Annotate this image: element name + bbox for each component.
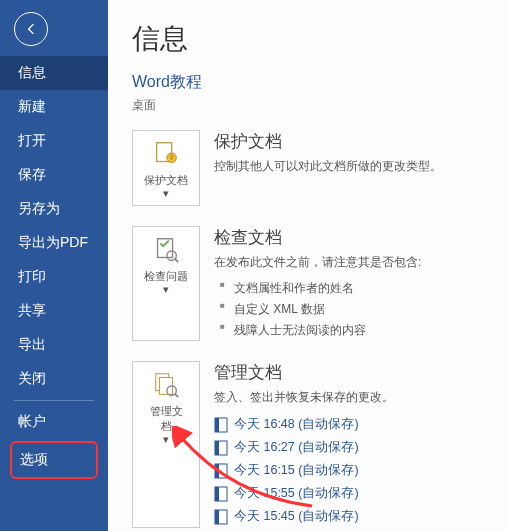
inspect-desc: 在发布此文件之前，请注意其是否包含: [214,253,493,272]
svg-rect-11 [215,418,219,432]
protect-info: 保护文档 控制其他人可以对此文档所做的更改类型。 [214,130,493,206]
nav-item[interactable]: 导出为PDF [0,226,108,260]
protect-icon [151,139,181,169]
nav-item[interactable]: 另存为 [0,192,108,226]
manage-info: 管理文档 签入、签出并恢复未保存的更改。 今天 16:48 (自动保存)今天 1… [214,361,493,528]
version-item[interactable]: 今天 16:15 (自动保存) [214,459,493,482]
nav-item[interactable]: 打印 [0,260,108,294]
doc-path: 桌面 [132,97,493,114]
nav-item[interactable]: 信息 [0,56,108,90]
inspect-heading: 检查文档 [214,226,493,249]
page-title: 信息 [132,20,493,58]
nav-divider [14,400,94,401]
word-doc-icon [214,463,228,479]
back-button[interactable] [14,12,48,46]
manage-document-tile[interactable]: 管理文 档 ▾ [132,361,200,528]
nav-item[interactable]: 保存 [0,158,108,192]
svg-rect-13 [215,441,219,455]
manage-block: 管理文 档 ▾ 管理文档 签入、签出并恢复未保存的更改。 今天 16:48 (自… [132,361,493,528]
word-doc-icon [214,417,228,433]
protect-block: 保护文档 ▾ 保护文档 控制其他人可以对此文档所做的更改类型。 [132,130,493,206]
svg-rect-19 [215,510,219,524]
svg-rect-15 [215,464,219,478]
word-doc-icon [214,509,228,525]
svg-rect-2 [171,157,173,160]
word-doc-icon [214,486,228,502]
nav-item[interactable]: 新建 [0,90,108,124]
version-item[interactable]: 今天 15:55 (自动保存) [214,482,493,505]
nav-item[interactable]: 共享 [0,294,108,328]
nav-item[interactable]: 帐户 [0,405,108,439]
manage-tile-label: 管理文 档 [150,404,183,434]
manage-desc: 签入、签出并恢复未保存的更改。 [214,388,493,407]
nav-item[interactable]: 关闭 [0,362,108,396]
inspect-bullets: 文档属性和作者的姓名自定义 XML 数据残障人士无法阅读的内容 [214,278,493,341]
protect-heading: 保护文档 [214,130,493,153]
protect-tile-label: 保护文档 [144,173,188,188]
svg-rect-3 [158,239,173,258]
inspect-bullet: 自定义 XML 数据 [214,299,493,320]
version-item[interactable]: 今天 16:48 (自动保存) [214,413,493,436]
svg-rect-17 [215,487,219,501]
inspect-bullet: 文档属性和作者的姓名 [214,278,493,299]
backstage-sidebar: 信息新建打开保存另存为导出为PDF打印共享导出关闭 帐户选项 [0,0,108,531]
nav-footer: 帐户选项 [0,405,108,481]
nav-item[interactable]: 选项 [10,441,98,479]
version-item[interactable]: 今天 16:27 (自动保存) [214,436,493,459]
protect-desc: 控制其他人可以对此文档所做的更改类型。 [214,157,493,176]
nav-primary: 信息新建打开保存另存为导出为PDF打印共享导出关闭 [0,56,108,396]
dropdown-icon: ▾ [163,284,169,295]
word-doc-icon [214,440,228,456]
version-list: 今天 16:48 (自动保存)今天 16:27 (自动保存)今天 16:15 (… [214,413,493,528]
manage-heading: 管理文档 [214,361,493,384]
back-arrow-icon [23,21,39,37]
dropdown-icon: ▾ [163,434,169,445]
inspect-tile-label: 检查问题 [144,269,188,284]
nav-item[interactable]: 导出 [0,328,108,362]
inspect-info: 检查文档 在发布此文件之前，请注意其是否包含: 文档属性和作者的姓名自定义 XM… [214,226,493,341]
inspect-block: 检查问题 ▾ 检查文档 在发布此文件之前，请注意其是否包含: 文档属性和作者的姓… [132,226,493,341]
nav-item[interactable]: 打开 [0,124,108,158]
inspect-bullet: 残障人士无法阅读的内容 [214,320,493,341]
svg-line-9 [174,394,178,398]
inspect-document-tile[interactable]: 检查问题 ▾ [132,226,200,341]
protect-document-tile[interactable]: 保护文档 ▾ [132,130,200,206]
svg-line-5 [174,258,178,262]
file-backstage: 信息新建打开保存另存为导出为PDF打印共享导出关闭 帐户选项 信息 Word教程… [0,0,507,531]
doc-name[interactable]: Word教程 [132,72,493,93]
inspect-icon [151,235,181,265]
main-panel: 信息 Word教程 桌面 保护文档 ▾ 保护文档 控制其他人可以对此文档所做的更… [108,0,507,531]
manage-icon [151,370,181,400]
version-item[interactable]: 今天 15:45 (自动保存) [214,505,493,528]
dropdown-icon: ▾ [163,188,169,199]
